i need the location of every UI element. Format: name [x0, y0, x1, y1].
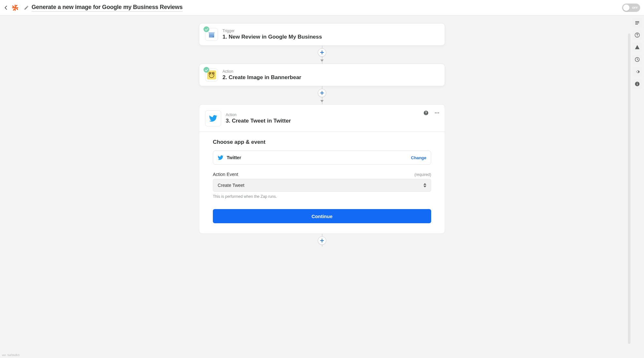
action-event-value: Create Tweet — [218, 183, 244, 188]
svg-rect-13 — [637, 84, 638, 85]
pencil-icon[interactable] — [24, 5, 29, 10]
add-step-button[interactable] — [318, 89, 326, 97]
zap-step-action-bannerbear[interactable]: Action 2. Create Image in Bannerbear — [199, 64, 445, 86]
editor-canvas[interactable]: Trigger 1. New Review in Google My Busin… — [0, 15, 644, 358]
svg-point-14 — [637, 83, 638, 83]
back-button[interactable] — [4, 5, 8, 10]
svg-rect-7 — [13, 8, 15, 11]
check-icon — [204, 26, 209, 32]
more-icon[interactable] — [434, 110, 440, 115]
app-name: Twitter — [227, 155, 241, 160]
svg-point-10 — [637, 36, 638, 37]
version-tag: ver. 5af36db3 — [2, 353, 20, 357]
connector — [322, 86, 322, 104]
history-icon[interactable] — [632, 55, 642, 64]
svg-rect-6 — [15, 5, 18, 7]
svg-point-24 — [435, 113, 436, 114]
svg-point-23 — [426, 114, 426, 115]
svg-rect-0 — [15, 5, 16, 7]
scrollbar[interactable] — [628, 33, 630, 344]
zap-title[interactable]: Generate a new image for Google my Busin… — [32, 4, 183, 12]
step-kicker: Trigger — [223, 29, 322, 33]
section-heading: Choose app & event — [213, 139, 431, 145]
svg-rect-4 — [12, 5, 14, 7]
step-kicker: Action — [223, 69, 301, 74]
svg-point-8 — [14, 7, 16, 9]
arrow-down-icon — [320, 99, 324, 105]
editor-header: Generate a new image for Google my Busin… — [0, 0, 644, 15]
step-title: 2. Create Image in Bannerbear — [223, 74, 301, 81]
svg-rect-2 — [12, 7, 14, 8]
svg-point-25 — [437, 113, 438, 114]
field-label-action-event: Action Event — [213, 172, 238, 177]
svg-rect-3 — [16, 7, 18, 8]
right-sidebar — [632, 18, 642, 89]
change-app-link[interactable]: Change — [411, 155, 426, 160]
step-title: 1. New Review in Google My Business — [223, 34, 322, 40]
step-body: Choose app & event Twitter Change Action… — [199, 132, 445, 234]
helper-text: This is performed when the Zap runs. — [213, 194, 431, 199]
toggle-label: OFF — [632, 6, 638, 9]
step-title: 3. Create Tweet in Twitter — [226, 118, 291, 124]
info-icon[interactable] — [632, 79, 642, 89]
svg-rect-16 — [213, 36, 214, 37]
publish-toggle[interactable]: OFF — [622, 4, 640, 12]
svg-point-18 — [209, 72, 211, 74]
settings-icon[interactable] — [632, 67, 642, 77]
outline-icon[interactable] — [632, 18, 642, 28]
check-icon — [204, 67, 209, 73]
app-tile-bannerbear — [205, 69, 218, 81]
zap-step-action-twitter: Action 3. Create Tweet in Twitter Choose… — [199, 104, 445, 234]
arrow-down-icon — [320, 58, 324, 64]
help-icon[interactable] — [423, 110, 429, 115]
warning-icon[interactable] — [632, 42, 642, 52]
svg-point-26 — [438, 113, 439, 114]
svg-point-21 — [212, 75, 213, 75]
zapier-logo-icon — [12, 4, 19, 11]
action-event-select[interactable]: Create Tweet — [213, 179, 431, 192]
zap-step-trigger[interactable]: Trigger 1. New Review in Google My Busin… — [199, 23, 445, 46]
required-badge: (required) — [414, 172, 431, 177]
add-step-button[interactable] — [318, 236, 326, 245]
svg-point-17 — [209, 73, 214, 78]
add-step-button[interactable] — [318, 48, 326, 57]
help-icon[interactable] — [632, 30, 642, 40]
svg-point-20 — [211, 75, 211, 75]
selected-app-chip[interactable]: Twitter Change — [213, 151, 431, 165]
step-header[interactable]: Action 3. Create Tweet in Twitter — [199, 105, 445, 132]
connector — [322, 46, 322, 64]
svg-rect-5 — [16, 8, 18, 10]
app-tile-google-my-business — [205, 28, 218, 41]
connector — [322, 234, 322, 247]
select-caret-icon — [423, 183, 426, 188]
app-tile-twitter — [205, 110, 221, 126]
continue-button[interactable]: Continue — [213, 209, 431, 223]
svg-rect-1 — [15, 8, 16, 11]
svg-point-19 — [213, 72, 214, 74]
step-kicker: Action — [226, 113, 291, 117]
